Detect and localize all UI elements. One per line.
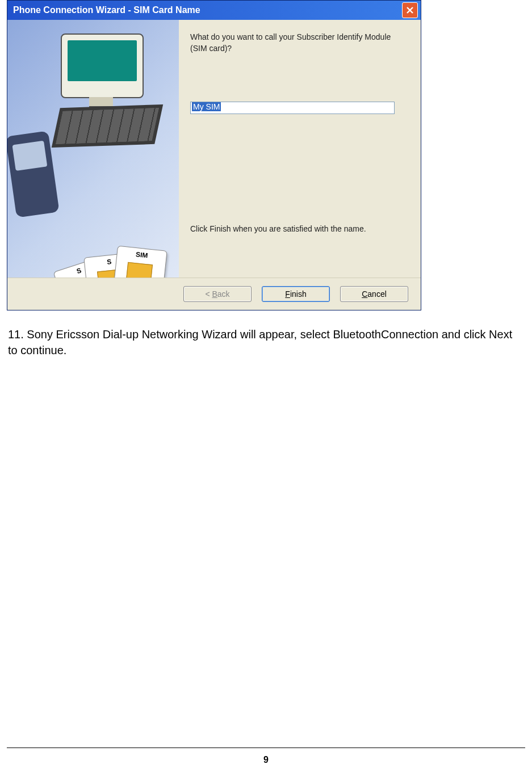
page-number: 9 [0,755,532,765]
footer-divider [7,748,525,748]
sim-name-value: My SIM [192,102,221,111]
titlebar[interactable]: Phone Connection Wizard - SIM Card Name [7,1,421,20]
monitor-icon [61,33,144,98]
wizard-body: S S SIM What do you want to call your Su… [7,20,421,278]
close-button[interactable] [402,2,418,18]
window-title: Phone Connection Wizard - SIM Card Name [13,5,402,15]
wizard-prompt: What do you want to call your Subscriber… [190,31,406,54]
wizard-hint: Click Finish when you are satisfied with… [190,224,366,233]
back-button: < Back [183,286,252,302]
keyboard-icon [52,104,163,148]
sim-name-input[interactable]: My SIM [190,102,395,114]
phone-icon [7,131,60,217]
wizard-button-bar: < Back Finish Cancel [7,278,421,310]
close-icon [406,6,414,14]
step-11-text: 11. Sony Ericsson Dial-up Networking Wiz… [7,326,525,358]
wizard-window: Phone Connection Wizard - SIM Card Name … [7,0,421,310]
cancel-button[interactable]: Cancel [340,286,408,302]
finish-button[interactable]: Finish [262,286,330,302]
wizard-side-image: S S SIM [7,20,179,278]
wizard-main-panel: What do you want to call your Subscriber… [179,20,421,278]
